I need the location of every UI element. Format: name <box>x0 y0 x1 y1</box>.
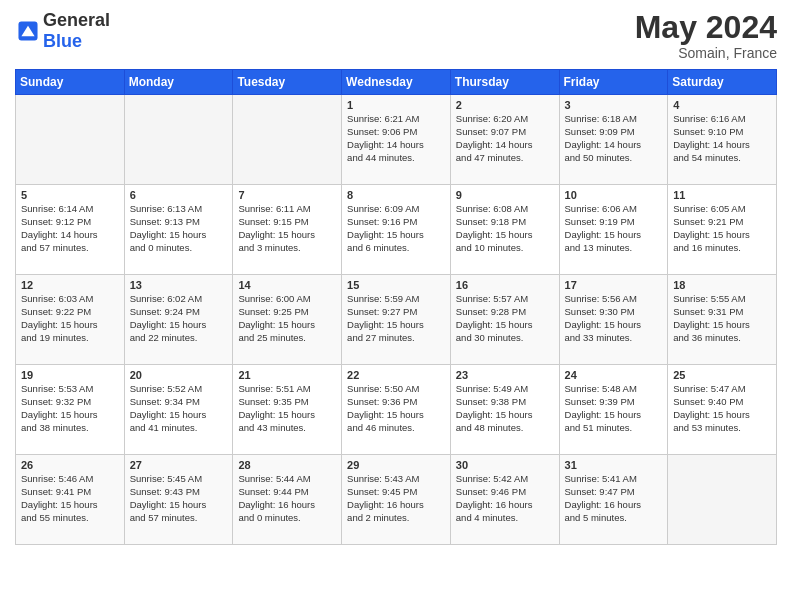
logo-general: General <box>43 10 110 31</box>
day-number: 31 <box>565 459 663 471</box>
day-number: 4 <box>673 99 771 111</box>
calendar-table: SundayMondayTuesdayWednesdayThursdayFrid… <box>15 69 777 545</box>
day-content: Sunrise: 6:11 AM Sunset: 9:15 PM Dayligh… <box>238 203 336 254</box>
day-content: Sunrise: 5:59 AM Sunset: 9:27 PM Dayligh… <box>347 293 445 344</box>
day-number: 25 <box>673 369 771 381</box>
week-row-1: 1Sunrise: 6:21 AM Sunset: 9:06 PM Daylig… <box>16 95 777 185</box>
day-number: 23 <box>456 369 554 381</box>
day-number: 14 <box>238 279 336 291</box>
calendar-cell: 18Sunrise: 5:55 AM Sunset: 9:31 PM Dayli… <box>668 275 777 365</box>
calendar-cell: 2Sunrise: 6:20 AM Sunset: 9:07 PM Daylig… <box>450 95 559 185</box>
day-number: 2 <box>456 99 554 111</box>
day-number: 7 <box>238 189 336 201</box>
calendar-cell: 13Sunrise: 6:02 AM Sunset: 9:24 PM Dayli… <box>124 275 233 365</box>
logo: General Blue <box>15 10 110 52</box>
day-content: Sunrise: 6:05 AM Sunset: 9:21 PM Dayligh… <box>673 203 771 254</box>
day-content: Sunrise: 5:52 AM Sunset: 9:34 PM Dayligh… <box>130 383 228 434</box>
day-content: Sunrise: 5:55 AM Sunset: 9:31 PM Dayligh… <box>673 293 771 344</box>
calendar-cell: 25Sunrise: 5:47 AM Sunset: 9:40 PM Dayli… <box>668 365 777 455</box>
day-content: Sunrise: 5:45 AM Sunset: 9:43 PM Dayligh… <box>130 473 228 524</box>
calendar-cell: 21Sunrise: 5:51 AM Sunset: 9:35 PM Dayli… <box>233 365 342 455</box>
week-row-4: 19Sunrise: 5:53 AM Sunset: 9:32 PM Dayli… <box>16 365 777 455</box>
day-content: Sunrise: 6:06 AM Sunset: 9:19 PM Dayligh… <box>565 203 663 254</box>
calendar-cell: 4Sunrise: 6:16 AM Sunset: 9:10 PM Daylig… <box>668 95 777 185</box>
col-header-saturday: Saturday <box>668 70 777 95</box>
calendar-cell: 3Sunrise: 6:18 AM Sunset: 9:09 PM Daylig… <box>559 95 668 185</box>
calendar-cell: 28Sunrise: 5:44 AM Sunset: 9:44 PM Dayli… <box>233 455 342 545</box>
day-number: 29 <box>347 459 445 471</box>
day-number: 9 <box>456 189 554 201</box>
day-number: 18 <box>673 279 771 291</box>
calendar-cell: 14Sunrise: 6:00 AM Sunset: 9:25 PM Dayli… <box>233 275 342 365</box>
logo-blue: Blue <box>43 31 110 52</box>
day-content: Sunrise: 5:42 AM Sunset: 9:46 PM Dayligh… <box>456 473 554 524</box>
calendar-cell: 17Sunrise: 5:56 AM Sunset: 9:30 PM Dayli… <box>559 275 668 365</box>
day-content: Sunrise: 6:18 AM Sunset: 9:09 PM Dayligh… <box>565 113 663 164</box>
calendar-cell: 23Sunrise: 5:49 AM Sunset: 9:38 PM Dayli… <box>450 365 559 455</box>
day-number: 24 <box>565 369 663 381</box>
day-content: Sunrise: 5:53 AM Sunset: 9:32 PM Dayligh… <box>21 383 119 434</box>
calendar-cell: 12Sunrise: 6:03 AM Sunset: 9:22 PM Dayli… <box>16 275 125 365</box>
calendar-cell: 10Sunrise: 6:06 AM Sunset: 9:19 PM Dayli… <box>559 185 668 275</box>
calendar-cell: 8Sunrise: 6:09 AM Sunset: 9:16 PM Daylig… <box>342 185 451 275</box>
day-content: Sunrise: 5:51 AM Sunset: 9:35 PM Dayligh… <box>238 383 336 434</box>
day-content: Sunrise: 6:09 AM Sunset: 9:16 PM Dayligh… <box>347 203 445 254</box>
col-header-thursday: Thursday <box>450 70 559 95</box>
calendar-cell: 19Sunrise: 5:53 AM Sunset: 9:32 PM Dayli… <box>16 365 125 455</box>
day-content: Sunrise: 6:14 AM Sunset: 9:12 PM Dayligh… <box>21 203 119 254</box>
calendar-cell: 1Sunrise: 6:21 AM Sunset: 9:06 PM Daylig… <box>342 95 451 185</box>
day-number: 21 <box>238 369 336 381</box>
calendar-cell <box>124 95 233 185</box>
calendar-cell: 11Sunrise: 6:05 AM Sunset: 9:21 PM Dayli… <box>668 185 777 275</box>
calendar-cell: 29Sunrise: 5:43 AM Sunset: 9:45 PM Dayli… <box>342 455 451 545</box>
calendar-cell <box>16 95 125 185</box>
day-number: 22 <box>347 369 445 381</box>
day-number: 5 <box>21 189 119 201</box>
day-number: 27 <box>130 459 228 471</box>
day-content: Sunrise: 6:08 AM Sunset: 9:18 PM Dayligh… <box>456 203 554 254</box>
col-header-wednesday: Wednesday <box>342 70 451 95</box>
calendar-cell: 30Sunrise: 5:42 AM Sunset: 9:46 PM Dayli… <box>450 455 559 545</box>
calendar-cell: 31Sunrise: 5:41 AM Sunset: 9:47 PM Dayli… <box>559 455 668 545</box>
week-row-5: 26Sunrise: 5:46 AM Sunset: 9:41 PM Dayli… <box>16 455 777 545</box>
day-content: Sunrise: 6:20 AM Sunset: 9:07 PM Dayligh… <box>456 113 554 164</box>
calendar-cell: 16Sunrise: 5:57 AM Sunset: 9:28 PM Dayli… <box>450 275 559 365</box>
calendar-cell: 15Sunrise: 5:59 AM Sunset: 9:27 PM Dayli… <box>342 275 451 365</box>
week-row-3: 12Sunrise: 6:03 AM Sunset: 9:22 PM Dayli… <box>16 275 777 365</box>
col-header-tuesday: Tuesday <box>233 70 342 95</box>
day-number: 19 <box>21 369 119 381</box>
col-header-monday: Monday <box>124 70 233 95</box>
header-row: SundayMondayTuesdayWednesdayThursdayFrid… <box>16 70 777 95</box>
week-row-2: 5Sunrise: 6:14 AM Sunset: 9:12 PM Daylig… <box>16 185 777 275</box>
day-number: 15 <box>347 279 445 291</box>
calendar-cell: 24Sunrise: 5:48 AM Sunset: 9:39 PM Dayli… <box>559 365 668 455</box>
calendar-cell: 26Sunrise: 5:46 AM Sunset: 9:41 PM Dayli… <box>16 455 125 545</box>
day-content: Sunrise: 6:03 AM Sunset: 9:22 PM Dayligh… <box>21 293 119 344</box>
calendar-cell <box>233 95 342 185</box>
calendar-cell: 22Sunrise: 5:50 AM Sunset: 9:36 PM Dayli… <box>342 365 451 455</box>
day-content: Sunrise: 5:44 AM Sunset: 9:44 PM Dayligh… <box>238 473 336 524</box>
day-number: 13 <box>130 279 228 291</box>
header: General Blue May 2024 Somain, France <box>15 10 777 61</box>
logo-icon <box>17 20 39 42</box>
calendar-cell: 27Sunrise: 5:45 AM Sunset: 9:43 PM Dayli… <box>124 455 233 545</box>
calendar-cell: 7Sunrise: 6:11 AM Sunset: 9:15 PM Daylig… <box>233 185 342 275</box>
col-header-friday: Friday <box>559 70 668 95</box>
day-number: 20 <box>130 369 228 381</box>
day-content: Sunrise: 5:41 AM Sunset: 9:47 PM Dayligh… <box>565 473 663 524</box>
page: General Blue May 2024 Somain, France Sun… <box>0 0 792 612</box>
day-number: 8 <box>347 189 445 201</box>
day-number: 12 <box>21 279 119 291</box>
day-content: Sunrise: 5:47 AM Sunset: 9:40 PM Dayligh… <box>673 383 771 434</box>
day-number: 28 <box>238 459 336 471</box>
day-number: 30 <box>456 459 554 471</box>
calendar-cell: 5Sunrise: 6:14 AM Sunset: 9:12 PM Daylig… <box>16 185 125 275</box>
day-number: 17 <box>565 279 663 291</box>
day-number: 10 <box>565 189 663 201</box>
day-number: 16 <box>456 279 554 291</box>
day-content: Sunrise: 5:57 AM Sunset: 9:28 PM Dayligh… <box>456 293 554 344</box>
day-number: 3 <box>565 99 663 111</box>
calendar-cell: 20Sunrise: 5:52 AM Sunset: 9:34 PM Dayli… <box>124 365 233 455</box>
day-content: Sunrise: 5:48 AM Sunset: 9:39 PM Dayligh… <box>565 383 663 434</box>
day-number: 26 <box>21 459 119 471</box>
